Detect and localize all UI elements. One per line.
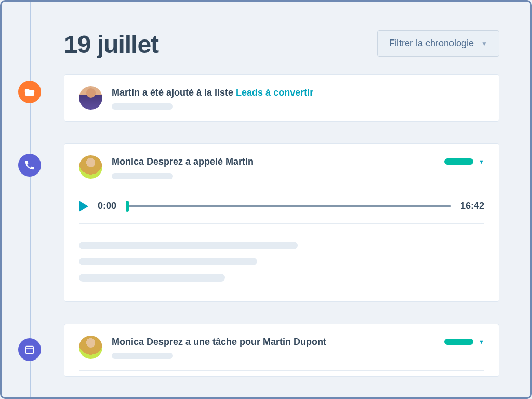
duration: 16:42 xyxy=(460,201,484,211)
phone-icon xyxy=(24,159,35,171)
seek-thumb[interactable] xyxy=(126,201,129,212)
card-status-dropdown[interactable]: ▼ xyxy=(444,155,484,165)
chevron-down-icon: ▼ xyxy=(481,40,487,47)
card-title-text: Martin a été ajouté à la liste xyxy=(112,87,236,98)
seek-slider[interactable] xyxy=(126,205,451,207)
list-link[interactable]: Leads à convertir xyxy=(236,87,313,98)
calendar-icon xyxy=(24,344,35,355)
timeline-card-list-added: Martin a été ajouté à la liste Leads à c… xyxy=(64,74,499,122)
status-chip xyxy=(444,339,473,345)
timeline-folder-icon xyxy=(18,81,41,103)
timeline-content: Martin a été ajouté à la liste Leads à c… xyxy=(2,74,530,377)
timeline-header: 19 juillet Filtrer la chronologie ▼ xyxy=(2,2,530,74)
status-chip xyxy=(444,158,473,165)
folder-open-icon xyxy=(24,86,35,98)
meta-placeholder xyxy=(112,173,173,179)
divider xyxy=(79,223,484,224)
avatar xyxy=(79,155,102,179)
card-status-dropdown[interactable]: ▼ xyxy=(444,336,484,345)
filter-timeline-button[interactable]: Filtrer la chronologie ▼ xyxy=(377,30,499,57)
chevron-down-icon: ▼ xyxy=(478,158,484,165)
chevron-down-icon: ▼ xyxy=(478,339,484,345)
divider xyxy=(79,191,484,191)
avatar xyxy=(79,336,102,359)
meta-placeholder xyxy=(112,353,173,359)
card-title: Martin a été ajouté à la liste Leads à c… xyxy=(112,86,484,99)
filter-label: Filtrer la chronologie xyxy=(389,38,474,49)
svg-rect-0 xyxy=(26,347,34,354)
audio-player: 0:00 16:42 xyxy=(79,201,484,212)
current-time: 0:00 xyxy=(98,201,116,211)
timeline-phone-icon xyxy=(18,154,41,177)
timeline-task-icon xyxy=(18,338,41,361)
transcript-placeholder xyxy=(79,242,484,282)
avatar xyxy=(79,86,102,110)
divider xyxy=(79,370,484,371)
date-heading: 19 juillet xyxy=(64,30,158,59)
card-title: Monica Desprez a appelé Martin xyxy=(112,155,435,168)
play-button[interactable] xyxy=(79,201,88,212)
meta-placeholder xyxy=(112,103,173,110)
timeline-card-task: Monica Desprez a une tâche pour Martin D… xyxy=(64,324,499,377)
card-title: Monica Desprez a une tâche pour Martin D… xyxy=(112,336,435,348)
timeline-card-call: Monica Desprez a appelé Martin ▼ 0:00 16… xyxy=(64,143,499,301)
